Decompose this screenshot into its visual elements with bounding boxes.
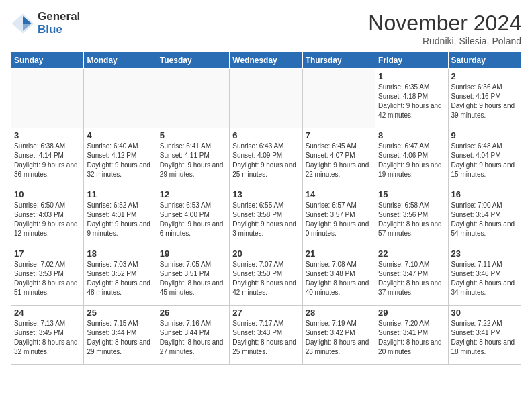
day-info: Sunrise: 7:02 AMSunset: 3:53 PMDaylight:… [14, 260, 81, 298]
day-cell: 27Sunrise: 7:17 AMSunset: 3:43 PMDayligh… [230, 306, 302, 365]
day-cell: 4Sunrise: 6:40 AMSunset: 4:12 PMDaylight… [84, 128, 157, 187]
day-info: Sunrise: 6:48 AMSunset: 4:04 PMDaylight:… [451, 142, 518, 179]
day-info: Sunrise: 7:00 AMSunset: 3:54 PMDaylight:… [451, 201, 518, 238]
day-number: 21 [306, 248, 372, 259]
day-number: 1 [378, 71, 445, 81]
day-number: 12 [160, 189, 226, 199]
day-number: 11 [87, 189, 153, 199]
logo: General Blue [11, 11, 80, 36]
week-row-1: 1Sunrise: 6:35 AMSunset: 4:18 PMDaylight… [11, 69, 521, 128]
day-info: Sunrise: 6:55 AMSunset: 3:58 PMDaylight:… [232, 201, 299, 238]
day-cell: 15Sunrise: 6:58 AMSunset: 3:56 PMDayligh… [375, 187, 448, 246]
day-number: 8 [378, 130, 445, 140]
day-info: Sunrise: 7:16 AMSunset: 3:44 PMDaylight:… [160, 319, 226, 357]
day-number: 7 [306, 130, 372, 140]
day-cell: 14Sunrise: 6:57 AMSunset: 3:57 PMDayligh… [302, 187, 375, 246]
day-cell: 17Sunrise: 7:02 AMSunset: 3:53 PMDayligh… [11, 246, 84, 306]
logo-icon [11, 11, 35, 36]
day-info: Sunrise: 7:08 AMSunset: 3:48 PMDaylight:… [306, 260, 372, 298]
day-number: 20 [232, 248, 299, 259]
day-cell: 25Sunrise: 7:15 AMSunset: 3:44 PMDayligh… [84, 306, 157, 365]
day-cell: 30Sunrise: 7:22 AMSunset: 3:41 PMDayligh… [448, 306, 521, 365]
day-cell [302, 69, 375, 128]
day-number: 3 [14, 130, 81, 140]
day-info: Sunrise: 6:58 AMSunset: 3:56 PMDaylight:… [378, 201, 445, 238]
day-info: Sunrise: 6:40 AMSunset: 4:12 PMDaylight:… [87, 142, 153, 179]
day-info: Sunrise: 7:13 AMSunset: 3:45 PMDaylight:… [14, 319, 81, 357]
day-cell: 8Sunrise: 6:47 AMSunset: 4:06 PMDaylight… [375, 128, 448, 187]
day-cell: 5Sunrise: 6:41 AMSunset: 4:11 PMDaylight… [157, 128, 229, 187]
day-cell: 3Sunrise: 6:38 AMSunset: 4:14 PMDaylight… [11, 128, 84, 187]
day-cell: 7Sunrise: 6:45 AMSunset: 4:07 PMDaylight… [302, 128, 375, 187]
header-monday: Monday [84, 52, 157, 69]
day-info: Sunrise: 6:43 AMSunset: 4:09 PMDaylight:… [232, 142, 299, 179]
title-block: November 2024 Rudniki, Silesia, Poland [368, 11, 521, 46]
header-sunday: Sunday [11, 52, 84, 69]
day-info: Sunrise: 6:41 AMSunset: 4:11 PMDaylight:… [160, 142, 226, 179]
day-number: 27 [232, 308, 299, 318]
day-cell: 21Sunrise: 7:08 AMSunset: 3:48 PMDayligh… [302, 246, 375, 306]
day-info: Sunrise: 7:17 AMSunset: 3:43 PMDaylight:… [232, 319, 299, 357]
logo-blue-text: Blue [38, 24, 80, 36]
day-cell: 29Sunrise: 7:20 AMSunset: 3:41 PMDayligh… [375, 306, 448, 365]
day-info: Sunrise: 6:35 AMSunset: 4:18 PMDaylight:… [378, 83, 445, 120]
day-number: 2 [451, 71, 518, 81]
day-number: 24 [14, 308, 81, 318]
day-number: 17 [14, 248, 81, 259]
svg-marker-2 [23, 16, 32, 24]
day-cell: 12Sunrise: 6:53 AMSunset: 4:00 PMDayligh… [157, 187, 229, 246]
day-info: Sunrise: 7:19 AMSunset: 3:42 PMDaylight:… [306, 319, 372, 357]
day-number: 19 [160, 248, 226, 259]
day-info: Sunrise: 6:38 AMSunset: 4:14 PMDaylight:… [14, 142, 81, 179]
header-thursday: Thursday [302, 52, 375, 69]
day-info: Sunrise: 6:45 AMSunset: 4:07 PMDaylight:… [306, 142, 372, 179]
day-cell: 22Sunrise: 7:10 AMSunset: 3:47 PMDayligh… [375, 246, 448, 306]
day-cell [230, 69, 302, 128]
day-number: 15 [378, 189, 445, 199]
day-cell: 11Sunrise: 6:52 AMSunset: 4:01 PMDayligh… [84, 187, 157, 246]
day-info: Sunrise: 6:47 AMSunset: 4:06 PMDaylight:… [378, 142, 445, 179]
week-row-2: 3Sunrise: 6:38 AMSunset: 4:14 PMDaylight… [11, 128, 521, 187]
day-cell [11, 69, 84, 128]
day-number: 18 [87, 248, 153, 259]
day-number: 4 [87, 130, 153, 140]
day-number: 25 [87, 308, 153, 318]
day-cell: 16Sunrise: 7:00 AMSunset: 3:54 PMDayligh… [448, 187, 521, 246]
day-info: Sunrise: 7:20 AMSunset: 3:41 PMDaylight:… [378, 319, 445, 357]
day-cell: 10Sunrise: 6:50 AMSunset: 4:03 PMDayligh… [11, 187, 84, 246]
header-tuesday: Tuesday [157, 52, 229, 69]
day-number: 6 [232, 130, 299, 140]
calendar-body: 1Sunrise: 6:35 AMSunset: 4:18 PMDaylight… [11, 69, 521, 365]
day-info: Sunrise: 7:15 AMSunset: 3:44 PMDaylight:… [87, 319, 153, 357]
header-row: SundayMondayTuesdayWednesdayThursdayFrid… [11, 52, 521, 69]
page-header: General Blue November 2024 Rudniki, Sile… [11, 11, 521, 46]
day-cell: 26Sunrise: 7:16 AMSunset: 3:44 PMDayligh… [157, 306, 229, 365]
day-cell: 28Sunrise: 7:19 AMSunset: 3:42 PMDayligh… [302, 306, 375, 365]
week-row-5: 24Sunrise: 7:13 AMSunset: 3:45 PMDayligh… [11, 306, 521, 365]
day-number: 10 [14, 189, 81, 199]
day-number: 5 [160, 130, 226, 140]
day-cell: 18Sunrise: 7:03 AMSunset: 3:52 PMDayligh… [84, 246, 157, 306]
day-info: Sunrise: 7:03 AMSunset: 3:52 PMDaylight:… [87, 260, 153, 298]
day-info: Sunrise: 7:07 AMSunset: 3:50 PMDaylight:… [232, 260, 299, 298]
day-cell: 9Sunrise: 6:48 AMSunset: 4:04 PMDaylight… [448, 128, 521, 187]
day-number: 22 [378, 248, 445, 259]
header-saturday: Saturday [448, 52, 521, 69]
month-title: November 2024 [368, 11, 521, 36]
day-cell: 13Sunrise: 6:55 AMSunset: 3:58 PMDayligh… [230, 187, 302, 246]
calendar-table: SundayMondayTuesdayWednesdayThursdayFrid… [11, 52, 521, 365]
day-number: 28 [306, 308, 372, 318]
day-cell: 2Sunrise: 6:36 AMSunset: 4:16 PMDaylight… [448, 69, 521, 128]
day-number: 9 [451, 130, 518, 140]
day-info: Sunrise: 6:53 AMSunset: 4:00 PMDaylight:… [160, 201, 226, 238]
day-number: 23 [451, 248, 518, 259]
day-cell: 20Sunrise: 7:07 AMSunset: 3:50 PMDayligh… [230, 246, 302, 306]
day-info: Sunrise: 7:05 AMSunset: 3:51 PMDaylight:… [160, 260, 226, 298]
day-cell: 6Sunrise: 6:43 AMSunset: 4:09 PMDaylight… [230, 128, 302, 187]
day-info: Sunrise: 7:10 AMSunset: 3:47 PMDaylight:… [378, 260, 445, 298]
day-info: Sunrise: 6:36 AMSunset: 4:16 PMDaylight:… [451, 83, 518, 120]
location: Rudniki, Silesia, Poland [368, 36, 521, 46]
day-number: 14 [306, 189, 372, 199]
day-number: 29 [378, 308, 445, 318]
day-number: 30 [451, 308, 518, 318]
